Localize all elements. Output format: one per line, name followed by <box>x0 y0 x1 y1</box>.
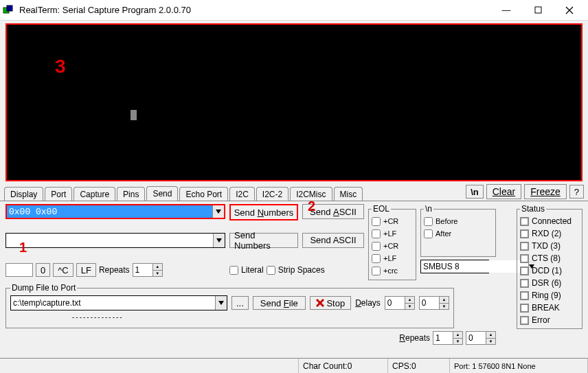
status-ring: Ring (9) <box>520 289 579 302</box>
newline-group: \n Before After <box>420 204 496 257</box>
status-dcd: DCD (1) <box>520 264 579 277</box>
app-icon <box>3 5 14 16</box>
send-field-2[interactable] <box>6 234 213 247</box>
annotation-3: 3 <box>55 56 66 78</box>
close-button[interactable] <box>554 0 585 21</box>
dropdown-icon[interactable] <box>215 296 227 310</box>
eol-lf-1[interactable]: +LF <box>372 227 413 240</box>
status-rxd: RXD (2) <box>520 227 579 240</box>
dropdown-icon[interactable] <box>213 234 225 247</box>
svg-marker-6 <box>216 238 222 242</box>
status-cts: CTS (8) <box>520 252 579 264</box>
ctrl-c-button[interactable]: ^C <box>53 263 74 277</box>
status-port: Port: 1 57600 8N1 None <box>450 359 588 373</box>
dump-path-input[interactable] <box>10 295 227 310</box>
svg-marker-8 <box>218 301 224 305</box>
tab-capture[interactable]: Capture <box>74 187 115 201</box>
eol-cr-1[interactable]: +CR <box>372 215 413 227</box>
status-led-icon <box>520 217 529 226</box>
terminal-output[interactable]: 3 <box>5 23 583 181</box>
tab-bar: Display Port Capture Pins Send Echo Port… <box>0 184 588 201</box>
char-input[interactable] <box>5 263 33 277</box>
delay1-spinner[interactable]: ▲▼ <box>385 296 415 310</box>
annotation-2: 2 <box>308 199 315 214</box>
spin-down-icon[interactable]: ▼ <box>153 271 162 277</box>
send-numbers-2-button[interactable]: Send Numbers <box>229 233 298 248</box>
freeze-button[interactable]: Freeze <box>524 184 567 199</box>
zero-button[interactable]: 0 <box>36 263 50 277</box>
progress-dots: -------------- <box>72 313 449 321</box>
nl-before-checkbox[interactable]: Before <box>424 215 493 227</box>
annotation-1: 1 <box>19 240 27 256</box>
newline-button[interactable]: \n <box>466 185 484 199</box>
strip-spaces-checkbox[interactable]: Strip Spaces <box>267 264 325 276</box>
delay2-spinner[interactable]: ▲▼ <box>419 296 449 310</box>
status-txd: TXD (3) <box>520 240 579 252</box>
literal-checkbox[interactable]: Literal <box>229 264 264 276</box>
tab-i2c-2[interactable]: I2C-2 <box>256 187 289 201</box>
dump-repeat2-spinner[interactable]: ▲▼ <box>466 331 496 345</box>
statusbar: Char Count:0 CPS:0 Port: 1 57600 8N1 Non… <box>0 358 588 373</box>
dump-legend: Dump File to Port <box>10 283 77 293</box>
titlebar: RealTerm: Serial Capture Program 2.0.0.7… <box>0 0 588 21</box>
spin-up-icon[interactable]: ▲ <box>153 264 162 271</box>
send-input-1[interactable] <box>5 204 225 219</box>
send-field-1[interactable] <box>7 205 212 218</box>
stop-button[interactable]: Stop <box>310 296 351 310</box>
window-title: RealTerm: Serial Capture Program 2.0.0.7… <box>19 5 490 15</box>
minimize-button[interactable]: — <box>490 0 522 21</box>
eol-cr-2[interactable]: +CR <box>372 240 413 252</box>
tab-echo-port[interactable]: Echo Port <box>179 187 228 201</box>
send-file-button[interactable]: Send File <box>253 296 306 310</box>
tab-display[interactable]: Display <box>4 187 43 201</box>
repeats-spinner[interactable]: ▲▼ <box>133 263 163 277</box>
status-break: BREAK <box>520 302 579 314</box>
send-input-2[interactable] <box>5 233 225 248</box>
eol-crc[interactable]: +crc <box>372 264 413 277</box>
send-ascii-2-button[interactable]: Send ASCII <box>302 233 364 248</box>
tab-send[interactable]: Send <box>146 186 178 201</box>
dropdown-icon[interactable] <box>212 205 224 218</box>
status-error: Error <box>520 314 579 326</box>
lf-button[interactable]: LF <box>76 263 96 277</box>
svg-marker-5 <box>216 210 221 214</box>
dump-repeats-label: Repeats <box>399 333 430 343</box>
svg-rect-2 <box>535 7 541 13</box>
help-button[interactable]: ? <box>569 185 584 199</box>
send-panel: 1 2 Send Numbers Send ASCII Send Numbers… <box>0 201 588 331</box>
x-icon <box>316 299 324 307</box>
nl-after-checkbox[interactable]: After <box>424 227 493 240</box>
tab-i2c[interactable]: I2C <box>229 187 255 201</box>
delays-label: Delays <box>355 298 381 308</box>
status-dsr: DSR (6) <box>520 277 579 289</box>
maximize-button[interactable] <box>522 0 554 21</box>
dump-file-group: Dump File to Port ... Send File Stop Del… <box>5 283 454 328</box>
status-legend: Status <box>520 204 546 214</box>
browse-button[interactable]: ... <box>231 296 249 310</box>
status-cps: CPS:0 <box>388 359 450 373</box>
send-numbers-1-button[interactable]: Send Numbers <box>229 204 298 221</box>
svg-rect-1 <box>7 5 12 11</box>
tab-port[interactable]: Port <box>45 187 72 201</box>
tab-pins[interactable]: Pins <box>117 187 145 201</box>
eol-group: EOL +CR +LF +CR +LF +crc <box>368 204 416 280</box>
status-connected: Connected <box>520 215 579 227</box>
newline-legend: \n <box>424 204 433 214</box>
cursor-icon <box>131 110 137 120</box>
status-group: Status Connected RXD (2) TXD (3) CTS (8)… <box>517 204 583 329</box>
window-buttons: — <box>490 0 585 21</box>
tab-misc[interactable]: Misc <box>334 187 363 201</box>
repeats-label: Repeats <box>99 265 130 275</box>
dump-repeats-spinner[interactable]: ▲▼ <box>433 331 463 345</box>
eol-legend: EOL <box>372 204 391 214</box>
smbus-select[interactable] <box>420 260 489 273</box>
clear-button[interactable]: Clear <box>486 184 521 199</box>
eol-lf-2[interactable]: +LF <box>372 252 413 264</box>
status-char-count: Char Count:0 <box>299 359 388 373</box>
